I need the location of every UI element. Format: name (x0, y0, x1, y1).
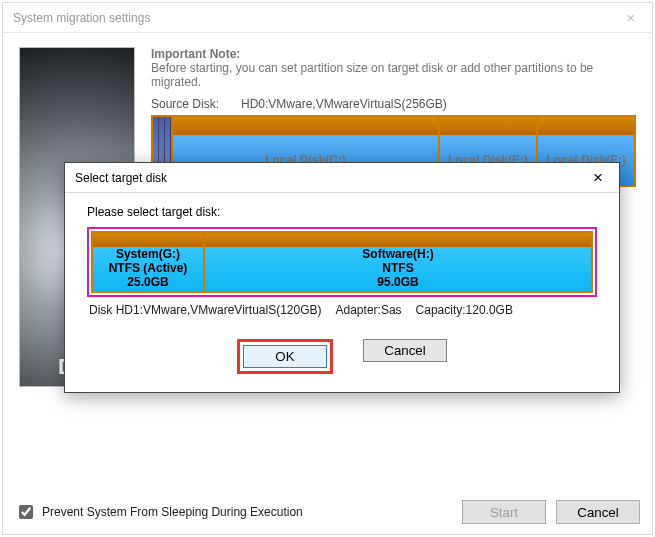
note-text: Before starting, you can set partition s… (151, 61, 636, 89)
ok-button[interactable]: OK (243, 345, 327, 368)
partition-h-name: Software(H:) (362, 248, 433, 262)
select-target-dialog: Select target disk × Please select targe… (64, 162, 620, 393)
prevent-sleep-label: Prevent System From Sleeping During Exec… (42, 505, 303, 519)
partition-h[interactable]: Software(H:) NTFS 95.0GB (205, 233, 591, 291)
cancel-button[interactable]: Cancel (556, 500, 640, 524)
target-disk-name: Disk HD1:VMware,VMwareVirtualS(120GB) (89, 303, 322, 317)
prevent-sleep-checkbox[interactable]: Prevent System From Sleeping During Exec… (15, 502, 303, 522)
target-disk-caption: Disk HD1:VMware,VMwareVirtualS(120GB) Ad… (89, 303, 595, 317)
partition-g-size: 25.0GB (127, 276, 168, 290)
target-adapter: Adapter:Sas (336, 303, 402, 317)
partition-h-size: 95.0GB (377, 276, 418, 290)
window-title: System migration settings (13, 3, 150, 32)
dialog-title: Select target disk (75, 171, 167, 185)
target-partition-bar[interactable]: System(G:) NTFS (Active) 25.0GB Software… (91, 231, 593, 293)
window-titlebar: System migration settings × (3, 3, 652, 33)
partition-h-fs: NTFS (382, 262, 413, 276)
dialog-instruction: Please select target disk: (87, 205, 597, 219)
note-heading: Important Note: (151, 47, 636, 61)
prevent-sleep-input[interactable] (19, 505, 33, 519)
source-disk-row: Source Disk: HD0:VMware,VMwareVirtualS(2… (151, 97, 636, 111)
dialog-body: Please select target disk: System(G:) NT… (65, 193, 619, 392)
dialog-titlebar: Select target disk × (65, 163, 619, 193)
source-disk-label: Source Disk: (151, 97, 241, 111)
source-disk-value: HD0:VMware,VMwareVirtualS(256GB) (241, 97, 447, 111)
target-capacity: Capacity:120.0GB (416, 303, 513, 317)
dialog-cancel-button[interactable]: Cancel (363, 339, 447, 362)
partition-g[interactable]: System(G:) NTFS (Active) 25.0GB (93, 233, 205, 291)
partition-g-fs: NTFS (Active) (109, 262, 188, 276)
close-icon[interactable]: × (610, 3, 652, 32)
ok-highlight: OK (237, 339, 333, 374)
close-icon[interactable]: × (577, 168, 619, 188)
target-disk-highlight: System(G:) NTFS (Active) 25.0GB Software… (87, 227, 597, 297)
start-button[interactable]: Start (462, 500, 546, 524)
partition-g-name: System(G:) (116, 248, 180, 262)
dialog-buttons: OK Cancel (87, 339, 597, 374)
window-footer: Prevent System From Sleeping During Exec… (15, 500, 640, 524)
